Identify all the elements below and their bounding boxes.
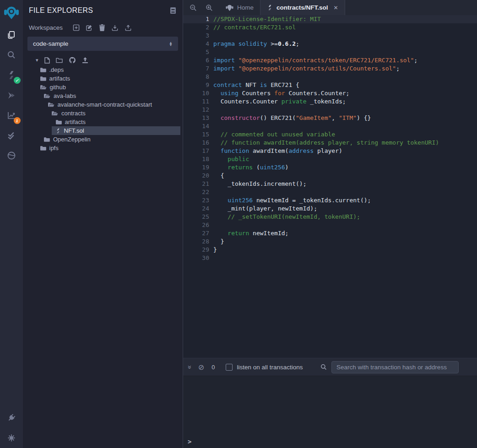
code-line-9[interactable]: 9contract NFT is ERC721 { bbox=[183, 81, 477, 89]
code-line-5[interactable]: 5 bbox=[183, 48, 477, 56]
workspace-select[interactable]: code-sample ▲ ▼ bbox=[27, 37, 178, 51]
tree-item-nft.sol[interactable]: NFT.sol bbox=[23, 126, 183, 135]
code-line-25[interactable]: 25 // _setTokenURI(newItemId, tokenURI); bbox=[183, 213, 477, 221]
collapse-tree-icon[interactable]: ▾ bbox=[36, 57, 38, 63]
code-line-10[interactable]: 10 using Counters for Counters.Counter; bbox=[183, 89, 477, 97]
sidebar-item-statistics[interactable]: 1 bbox=[0, 105, 23, 125]
delete-workspace-icon[interactable] bbox=[99, 24, 105, 31]
collapse-terminal-icon[interactable]: » bbox=[186, 366, 194, 369]
line-content: import "@openzeppelin/contracts/utils/Co… bbox=[209, 65, 400, 73]
code-line-7[interactable]: 7import "@openzeppelin/contracts/utils/C… bbox=[183, 65, 477, 73]
code-line-24[interactable]: 24 _mint(player, newItemId); bbox=[183, 205, 477, 213]
github-clone-icon[interactable] bbox=[69, 57, 76, 64]
code-line-29[interactable]: 29} bbox=[183, 246, 477, 254]
line-number: 30 bbox=[183, 254, 209, 262]
upload-workspaces-icon[interactable] bbox=[125, 24, 132, 31]
code-line-4[interactable]: 4pragma solidity >=0.6.2; bbox=[183, 40, 477, 48]
statistics-count-badge: 1 bbox=[14, 117, 21, 124]
sidebar-item-settings[interactable] bbox=[0, 428, 23, 448]
code-line-28[interactable]: 28 } bbox=[183, 237, 477, 246]
panel-title: FILE EXPLORERS bbox=[29, 6, 93, 15]
terminal-search-input[interactable] bbox=[331, 361, 459, 373]
gear-icon bbox=[7, 433, 16, 443]
download-workspaces-icon[interactable] bbox=[111, 24, 119, 31]
line-number: 16 bbox=[183, 139, 209, 147]
remix-logo[interactable] bbox=[0, 0, 23, 25]
compiler-success-badge: ✓ bbox=[14, 77, 21, 84]
code-line-27[interactable]: 27 return newItemId; bbox=[183, 229, 477, 237]
sidebar-item-solidity-compiler[interactable]: ✓ bbox=[0, 65, 23, 85]
line-content: { bbox=[209, 172, 224, 180]
line-number: 10 bbox=[183, 89, 209, 97]
code-editor[interactable]: 1//SPDX-License-Identifier: MIT2// contr… bbox=[183, 15, 477, 358]
new-file-icon[interactable] bbox=[44, 57, 50, 64]
code-line-6[interactable]: 6import "@openzeppelin/contracts/token/E… bbox=[183, 56, 477, 65]
code-line-21[interactable]: 21 _tokenIds.increment(); bbox=[183, 180, 477, 188]
folder-icon bbox=[40, 146, 46, 151]
line-number: 7 bbox=[183, 65, 209, 73]
tree-item-avalanche-smart-contract-quickstart[interactable]: avalanche-smart-contract-quickstart bbox=[23, 100, 183, 109]
line-content: constructor() ERC721("GameItem", "ITM") … bbox=[209, 114, 371, 122]
zoom-out-icon[interactable] bbox=[190, 4, 197, 11]
tree-item-contracts[interactable]: contracts bbox=[23, 109, 183, 118]
book-icon[interactable] bbox=[170, 7, 176, 14]
code-line-15[interactable]: 15 // commented out unused variable bbox=[183, 130, 477, 139]
code-line-8[interactable]: 8 bbox=[183, 73, 477, 81]
line-number: 15 bbox=[183, 130, 209, 139]
code-line-19[interactable]: 19 returns (uint256) bbox=[183, 163, 477, 172]
code-line-30[interactable]: 30 bbox=[183, 254, 477, 262]
code-line-12[interactable]: 12 bbox=[183, 106, 477, 114]
folder-icon bbox=[40, 76, 46, 81]
sidebar-item-plugin-sphere[interactable] bbox=[0, 146, 23, 166]
code-line-13[interactable]: 13 constructor() ERC721("GameItem", "ITM… bbox=[183, 114, 477, 122]
line-content: // _setTokenURI(newItemId, tokenURI); bbox=[209, 213, 360, 221]
listen-transactions-checkbox[interactable] bbox=[226, 364, 233, 371]
line-number: 4 bbox=[183, 40, 209, 48]
zoom-in-icon[interactable] bbox=[206, 4, 213, 11]
activity-bar: ✓ 1 bbox=[0, 0, 23, 448]
sidebar-item-unit-testing[interactable] bbox=[0, 125, 23, 146]
tree-item-.deps[interactable]: .deps bbox=[23, 65, 183, 74]
code-line-20[interactable]: 20 { bbox=[183, 172, 477, 180]
publish-gist-icon[interactable] bbox=[82, 57, 88, 64]
terminal-output[interactable]: > bbox=[183, 376, 477, 448]
code-line-18[interactable]: 18 public bbox=[183, 155, 477, 163]
sidebar-item-file-explorer[interactable] bbox=[0, 25, 23, 45]
solidity-icon bbox=[55, 128, 61, 134]
code-line-16[interactable]: 16 // function awardItem(address player,… bbox=[183, 139, 477, 147]
line-content: function awardItem(address player) bbox=[209, 147, 342, 155]
code-line-2[interactable]: 2// contracts/ERC721.sol bbox=[183, 23, 477, 32]
double-check-icon bbox=[6, 131, 16, 140]
tab-nft-sol[interactable]: contracts/NFT.sol ✕ bbox=[260, 0, 345, 15]
rename-workspace-icon[interactable] bbox=[86, 24, 93, 31]
sidebar-item-search[interactable] bbox=[0, 45, 23, 65]
line-number: 25 bbox=[183, 213, 209, 221]
tab-home[interactable]: Home bbox=[219, 0, 260, 15]
code-line-26[interactable]: 26 bbox=[183, 221, 477, 229]
tree-item-artifacts[interactable]: artifacts bbox=[23, 74, 183, 83]
close-tab-icon[interactable]: ✕ bbox=[334, 5, 338, 11]
remix-ide-window: ✓ 1 bbox=[0, 0, 477, 448]
line-number: 13 bbox=[183, 114, 209, 122]
clear-console-icon[interactable]: ⊘ bbox=[198, 363, 204, 372]
create-workspace-icon[interactable] bbox=[73, 24, 80, 31]
tree-item-ipfs[interactable]: ipfs bbox=[23, 144, 183, 152]
code-line-23[interactable]: 23 uint256 newItemId = _tokenIds.current… bbox=[183, 196, 477, 205]
sidebar-item-deploy-run[interactable] bbox=[0, 85, 23, 105]
sidebar-item-plugin-manager[interactable] bbox=[0, 408, 23, 428]
workspace-select-value: code-sample bbox=[33, 40, 169, 47]
code-line-14[interactable]: 14 bbox=[183, 122, 477, 130]
code-line-17[interactable]: 17 function awardItem(address player) bbox=[183, 147, 477, 155]
tree-item-artifacts[interactable]: artifacts bbox=[23, 118, 183, 126]
solidity-file-icon bbox=[267, 4, 273, 11]
code-line-11[interactable]: 11 Counters.Counter private _tokenIds; bbox=[183, 97, 477, 106]
tree-item-openzeppelin[interactable]: OpenZeppelin bbox=[23, 135, 183, 144]
new-folder-icon[interactable] bbox=[56, 57, 63, 63]
code-line-3[interactable]: 3 bbox=[183, 32, 477, 40]
sphere-icon bbox=[7, 151, 16, 160]
tree-item-ava-labs[interactable]: ava-labs bbox=[23, 92, 183, 100]
tree-item-label: OpenZeppelin bbox=[53, 135, 91, 144]
tree-item-github[interactable]: github bbox=[23, 83, 183, 92]
code-line-22[interactable]: 22 bbox=[183, 188, 477, 196]
code-line-1[interactable]: 1//SPDX-License-Identifier: MIT bbox=[183, 15, 477, 23]
